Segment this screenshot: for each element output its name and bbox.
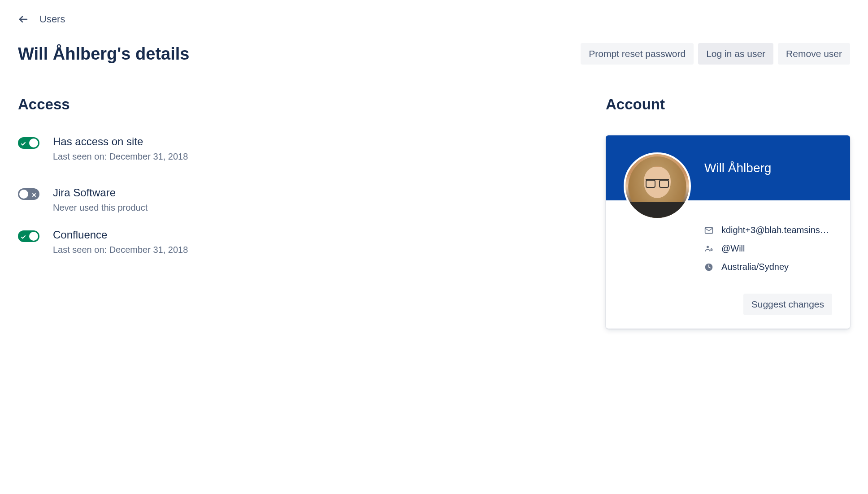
toggle-site-access[interactable] [18, 137, 39, 149]
email-row: kdight+3@blah.teamsinspa… [704, 225, 832, 235]
page-title: Will Åhlberg's details [18, 44, 189, 64]
account-card: Will Åhlberg kdight+3@blah.teamsinspa… @… [606, 135, 850, 329]
email-icon [704, 226, 713, 235]
account-title: Account [606, 96, 850, 113]
access-item-jira: Jira Software Never used this product [18, 186, 570, 213]
access-item-site: Has access on site Last seen on: Decembe… [18, 135, 570, 162]
mention-text: @Will [721, 243, 745, 254]
prompt-reset-password-button[interactable]: Prompt reset password [581, 43, 694, 65]
access-subtext: Last seen on: December 31, 2018 [53, 245, 570, 255]
timezone-row: Australia/Sydney [704, 262, 832, 272]
login-as-user-button[interactable]: Log in as user [698, 43, 773, 65]
svg-point-4 [707, 246, 709, 248]
account-name: Will Åhlberg [704, 161, 771, 175]
access-subtext: Last seen on: December 31, 2018 [53, 152, 570, 162]
check-icon [21, 140, 26, 146]
clock-icon [704, 263, 713, 272]
access-label: Confluence [53, 229, 570, 241]
header-row: Will Åhlberg's details Prompt reset pass… [18, 43, 850, 65]
toggle-jira-software[interactable] [18, 188, 39, 200]
access-item-confluence: Confluence Last seen on: December 31, 20… [18, 229, 570, 255]
mention-row: @Will [704, 243, 832, 254]
access-title: Access [18, 96, 570, 113]
action-buttons: Prompt reset password Log in as user Rem… [581, 43, 850, 65]
breadcrumb-label[interactable]: Users [39, 13, 65, 25]
email-text: kdight+3@blah.teamsinspa… [721, 225, 832, 235]
avatar [624, 152, 691, 220]
back-arrow-icon[interactable] [18, 14, 29, 25]
suggest-changes-button[interactable]: Suggest changes [743, 294, 832, 315]
check-icon [21, 234, 26, 239]
card-header: Will Åhlberg [606, 135, 850, 200]
toggle-confluence[interactable] [18, 230, 39, 242]
access-label: Jira Software [53, 186, 570, 199]
account-section: Account Will Åhlberg [606, 96, 850, 329]
timezone-text: Australia/Sydney [721, 262, 789, 272]
x-icon [31, 191, 37, 197]
access-subtext: Never used this product [53, 203, 570, 213]
remove-user-button[interactable]: Remove user [778, 43, 850, 65]
access-label: Has access on site [53, 135, 570, 148]
breadcrumb: Users [18, 13, 850, 25]
card-footer: Suggest changes [606, 294, 850, 329]
access-section: Access Has access on site Last seen on: … [18, 96, 570, 329]
mention-icon [704, 244, 713, 253]
